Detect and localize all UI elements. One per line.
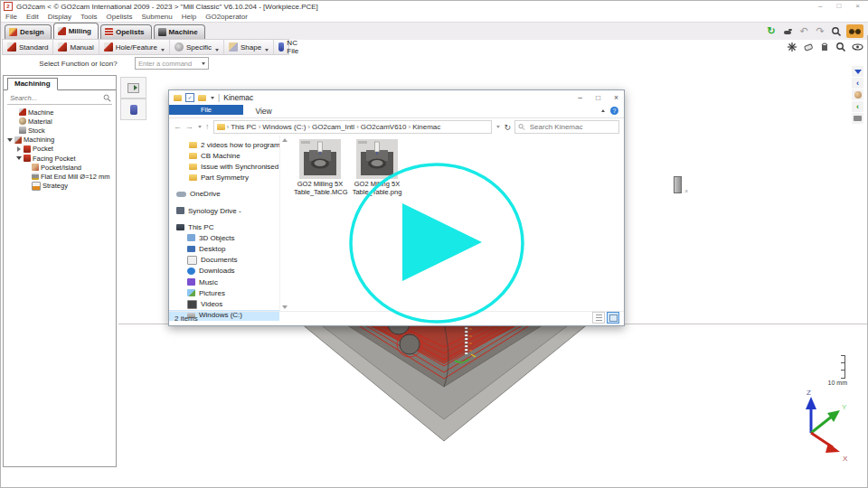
sidebar-item-folder[interactable]: CB Machine bbox=[169, 150, 279, 161]
chevron-right-icon[interactable] bbox=[17, 146, 21, 152]
redo-icon[interactable]: ↷ bbox=[814, 25, 826, 38]
tree-item-pocket-island[interactable]: Pocket/Island bbox=[4, 163, 116, 172]
sync-icon[interactable]: ↻ bbox=[765, 25, 778, 38]
history-dropdown-icon[interactable] bbox=[198, 126, 202, 128]
chevron-down-icon[interactable] bbox=[16, 156, 22, 160]
tree-item-facing-pocket[interactable]: Facing Pocket bbox=[4, 154, 116, 163]
scroll-up-icon[interactable] bbox=[282, 138, 288, 142]
command-combobox[interactable]: Enter a command bbox=[135, 57, 209, 70]
sidebar-item-downloads[interactable]: Downloads bbox=[169, 266, 279, 277]
glasses-button[interactable] bbox=[846, 24, 863, 38]
manual-button[interactable]: Manual bbox=[53, 40, 99, 54]
tab-design[interactable]: Design bbox=[5, 24, 52, 40]
sidebar-item-folder[interactable]: Part Symmetry bbox=[169, 173, 279, 183]
operator-button[interactable] bbox=[852, 89, 863, 100]
tree-item-machining[interactable]: Machining bbox=[4, 136, 116, 145]
chevron-down-icon[interactable] bbox=[211, 97, 214, 99]
sidebar-item-folder[interactable]: 2 videos how to program a 3X Deb bbox=[169, 139, 279, 150]
sidebar-item-pictures[interactable]: Pictures bbox=[169, 287, 279, 298]
verify-button[interactable] bbox=[120, 99, 146, 120]
eye-icon[interactable] bbox=[851, 41, 863, 53]
specific-button[interactable]: Specific bbox=[170, 40, 224, 54]
breadcrumb-go2camv610[interactable]: GO2camV610 bbox=[361, 123, 407, 131]
address-box[interactable]: › This PC › Windows (C:) › GO2cam_Intl ›… bbox=[213, 120, 493, 134]
sidebar-label: Pictures bbox=[199, 289, 225, 297]
tree-item-strategy[interactable]: Strategy bbox=[4, 182, 116, 191]
simulation-button[interactable] bbox=[120, 77, 146, 99]
tree-item-material[interactable]: Material bbox=[4, 117, 116, 126]
sidebar-item-desktop[interactable]: Desktop bbox=[169, 244, 279, 255]
hole-feature-button[interactable]: Hole/Feature bbox=[99, 40, 170, 54]
camera-button[interactable] bbox=[852, 113, 863, 124]
nc-file-button[interactable]: NC File bbox=[274, 40, 307, 54]
quick-access-check-icon[interactable]: ✓ bbox=[185, 93, 194, 102]
minimize-button[interactable]: – bbox=[818, 2, 822, 10]
machining-icon bbox=[14, 136, 22, 144]
menu-opelists[interactable]: Opelists bbox=[107, 13, 133, 21]
address-dropdown-icon[interactable] bbox=[496, 126, 500, 128]
undo-icon[interactable]: ↶ bbox=[797, 25, 810, 38]
menu-go2operator[interactable]: GO2operator bbox=[205, 13, 248, 21]
explorer-title-bar[interactable]: ✓ | Kinemac bbox=[169, 90, 624, 105]
sidebar-item-this-pc[interactable]: This PC bbox=[169, 221, 279, 232]
list-view-button[interactable] bbox=[592, 312, 605, 324]
standard-button[interactable]: Standard bbox=[3, 40, 53, 54]
paint-icon[interactable] bbox=[818, 41, 831, 53]
sidebar-item-videos[interactable]: Videos bbox=[169, 298, 279, 309]
tab-file[interactable]: File bbox=[169, 105, 243, 115]
sidebar-scrollbar[interactable] bbox=[279, 136, 288, 312]
help-icon[interactable]: ? bbox=[610, 107, 618, 115]
filter-button[interactable] bbox=[852, 66, 863, 77]
close-button[interactable]: × bbox=[855, 2, 860, 10]
shape-button[interactable]: Shape bbox=[224, 40, 274, 54]
menu-tools[interactable]: Tools bbox=[80, 13, 98, 21]
menu-edit[interactable]: Edit bbox=[26, 13, 39, 21]
chevron-down-icon[interactable] bbox=[7, 138, 13, 142]
tree-item-end-mill[interactable]: Flat End Mill Ø=12 mm bbox=[4, 172, 116, 181]
breadcrumb-this-pc[interactable]: This PC bbox=[231, 123, 256, 131]
collapse-blue-button[interactable]: ‹ bbox=[852, 78, 863, 89]
zoom-plus-icon[interactable] bbox=[835, 41, 847, 53]
video-play-overlay[interactable] bbox=[335, 153, 542, 332]
menu-file[interactable]: File bbox=[5, 13, 17, 21]
close-button[interactable]: × bbox=[614, 93, 618, 102]
eraser-icon[interactable] bbox=[802, 41, 815, 53]
breadcrumb-kinemac[interactable]: Kinemac bbox=[412, 123, 440, 131]
explorer-search-input[interactable] bbox=[528, 122, 616, 132]
tree-item-pocket[interactable]: Pocket bbox=[4, 145, 116, 154]
tab-view[interactable]: View bbox=[246, 105, 280, 117]
maximize-button[interactable]: □ bbox=[596, 93, 600, 102]
tab-milling[interactable]: Milling bbox=[53, 23, 99, 40]
tree-item-machine[interactable]: Machine bbox=[4, 108, 116, 117]
minimize-button[interactable]: – bbox=[578, 93, 582, 102]
up-button[interactable]: ↑ bbox=[205, 123, 210, 131]
sidebar-item-synology[interactable]: Synology Drive - bbox=[169, 205, 279, 216]
forward-button[interactable]: → bbox=[185, 123, 193, 131]
machining-panel-tab[interactable]: Machining bbox=[7, 78, 58, 90]
menu-help[interactable]: Help bbox=[182, 13, 196, 21]
sidebar-item-3d-objects[interactable]: 3D Objects bbox=[169, 232, 279, 243]
back-button[interactable]: ← bbox=[174, 123, 182, 131]
sidebar-item-folder[interactable]: Issue with Synchronised Tools bbox=[169, 161, 279, 172]
sidebar-item-music[interactable]: Music bbox=[169, 277, 279, 287]
tab-opelists[interactable]: Opelists bbox=[100, 24, 152, 40]
breadcrumb-go2cam-intl[interactable]: GO2cam_Intl bbox=[312, 123, 354, 131]
refresh-icon[interactable]: ↻ bbox=[504, 123, 511, 132]
hand-pointer-icon[interactable] bbox=[781, 25, 794, 38]
maximize-button[interactable]: □ bbox=[836, 2, 841, 10]
menu-submenu[interactable]: Submenu bbox=[142, 13, 173, 21]
scroll-down-icon[interactable] bbox=[282, 305, 288, 309]
burst-icon[interactable] bbox=[786, 41, 798, 53]
collapse-green-button[interactable]: ‹ bbox=[852, 101, 863, 112]
breadcrumb-windows-c[interactable]: Windows (C:) bbox=[262, 123, 306, 131]
sidebar-item-documents[interactable]: Documents bbox=[169, 255, 279, 266]
workpiece-3d-model[interactable] bbox=[254, 317, 616, 446]
menu-display[interactable]: Display bbox=[48, 13, 71, 21]
tree-search-input[interactable] bbox=[8, 93, 103, 103]
sidebar-item-onedrive[interactable]: OneDrive bbox=[169, 189, 279, 200]
expand-ribbon-icon[interactable] bbox=[601, 109, 605, 112]
zoom-icon[interactable] bbox=[830, 25, 843, 38]
tree-item-stock[interactable]: Stock bbox=[4, 126, 116, 135]
tab-machine[interactable]: Machine bbox=[154, 24, 205, 40]
thumbnail-view-button[interactable] bbox=[607, 312, 619, 324]
